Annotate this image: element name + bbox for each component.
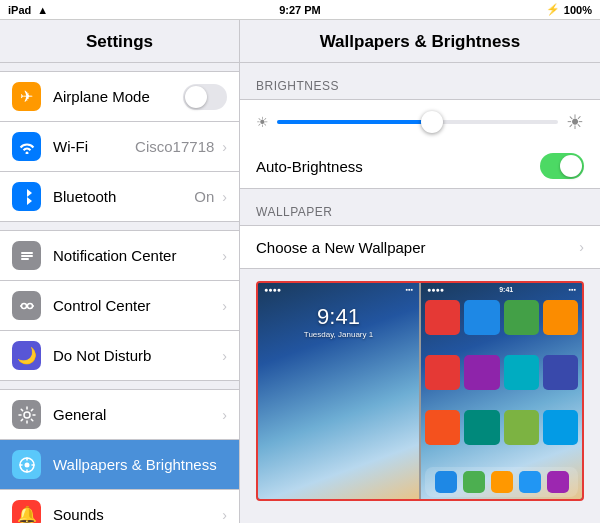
dock-icon-2 [463, 471, 485, 493]
bluetooth-value: On [194, 188, 214, 205]
sounds-icon: 🔔 [12, 500, 41, 523]
app-icon-12 [543, 410, 578, 445]
dock-icon-1 [435, 471, 457, 493]
svg-rect-2 [21, 258, 29, 260]
app-icon-3 [504, 300, 539, 335]
app-icon-7 [504, 355, 539, 390]
sounds-chevron: › [222, 507, 227, 523]
bluetooth-label: Bluetooth [53, 188, 194, 205]
svg-point-3 [21, 303, 26, 308]
lock-battery: ▪▪▪ [406, 286, 413, 293]
sidebar-group-3: General › Wallpapers & Brightness 🔔 Soun… [0, 389, 239, 523]
app-grid [421, 296, 582, 465]
home-screen-preview: ●●●● 9:41 ▪▪▪ [421, 283, 582, 499]
control-center-icon [12, 291, 41, 320]
sun-small-icon: ☀ [256, 114, 269, 130]
airplane-toggle[interactable] [183, 84, 227, 110]
bluetooth-icon-badge [12, 182, 41, 211]
auto-brightness-knob [560, 155, 582, 177]
auto-brightness-toggle[interactable] [540, 153, 584, 179]
lock-carrier: ●●●● [264, 286, 281, 293]
home-battery: ▪▪▪ [569, 286, 576, 293]
sidebar-item-sounds[interactable]: 🔔 Sounds › [0, 490, 239, 523]
bluetooth-chevron: › [222, 189, 227, 205]
wallpapers-icon [12, 450, 41, 479]
sidebar-title: Settings [0, 20, 239, 63]
do-not-disturb-icon: 🌙 [12, 341, 41, 370]
svg-point-8 [24, 412, 30, 418]
app-icon-4 [543, 300, 578, 335]
wifi-icon-badge [12, 132, 41, 161]
wallpapers-brightness-label: Wallpapers & Brightness [53, 456, 227, 473]
svg-point-4 [27, 303, 32, 308]
detail-title: Wallpapers & Brightness [240, 20, 600, 63]
control-center-chevron: › [222, 298, 227, 314]
sidebar-item-bluetooth[interactable]: Bluetooth On › [0, 172, 239, 222]
brightness-slider-thumb[interactable] [421, 111, 443, 133]
sidebar-group-1: ✈ Airplane Mode Wi-Fi Cisco17718 › [0, 71, 239, 222]
control-center-label: Control Center [53, 297, 218, 314]
app-icon-2 [464, 300, 499, 335]
status-time: 9:27 PM [279, 4, 321, 16]
airplane-mode-label: Airplane Mode [53, 88, 183, 105]
notification-center-label: Notification Center [53, 247, 218, 264]
app-icon-11 [504, 410, 539, 445]
wifi-chevron: › [222, 139, 227, 155]
app-icon-5 [425, 355, 460, 390]
airplane-mode-icon: ✈ [12, 82, 41, 111]
brightness-slider-fill [277, 120, 432, 124]
svg-rect-1 [21, 255, 33, 257]
brightness-section-header: BRIGHTNESS [240, 63, 600, 99]
sidebar: Settings ✈ Airplane Mode [0, 20, 240, 523]
sun-large-icon: ☀ [566, 110, 584, 134]
bluetooth-icon: ⚡ [546, 3, 560, 16]
status-right: ⚡ 100% [546, 3, 592, 16]
battery-label: 100% [564, 4, 592, 16]
app-icon-9 [425, 410, 460, 445]
dock-icon-5 [547, 471, 569, 493]
airplane-toggle-wrap [183, 84, 227, 110]
detail-panel: Wallpapers & Brightness BRIGHTNESS ☀ ☀ A… [240, 20, 600, 523]
sidebar-group-2: Notification Center › Control Center › [0, 230, 239, 381]
general-chevron: › [222, 407, 227, 423]
brightness-slider-track[interactable] [277, 120, 558, 124]
svg-point-10 [24, 462, 29, 467]
sidebar-item-wallpapers-brightness[interactable]: Wallpapers & Brightness [0, 440, 239, 490]
home-time: 9:41 [499, 286, 513, 293]
brightness-card: ☀ ☀ Auto-Brightness [240, 99, 600, 189]
wallpaper-section-header: WALLPAPER [240, 189, 600, 225]
auto-brightness-row: Auto-Brightness [240, 144, 600, 188]
notification-center-chevron: › [222, 248, 227, 264]
choose-wallpaper-row[interactable]: Choose a New Wallpaper › [240, 225, 600, 269]
app-icon-10 [464, 410, 499, 445]
airplane-toggle-knob [185, 86, 207, 108]
brightness-row: ☀ ☀ [240, 100, 600, 144]
sidebar-item-general[interactable]: General › [0, 389, 239, 440]
status-bar: iPad ▲ 9:27 PM ⚡ 100% [0, 0, 600, 20]
wallpaper-preview[interactable]: ●●●● ▪▪▪ 9:41 Tuesday, January 1 ●●●● 9:… [256, 281, 584, 501]
ipad-label: iPad [8, 4, 31, 16]
dock-icon-4 [519, 471, 541, 493]
app-icon-1 [425, 300, 460, 335]
sidebar-item-do-not-disturb[interactable]: 🌙 Do Not Disturb › [0, 331, 239, 381]
svg-rect-0 [21, 252, 33, 254]
home-status-bar: ●●●● 9:41 ▪▪▪ [421, 283, 582, 296]
wifi-value: Cisco17718 [135, 138, 214, 155]
app-icon-8 [543, 355, 578, 390]
dock-row [425, 467, 578, 497]
choose-wallpaper-label: Choose a New Wallpaper [256, 239, 575, 256]
wifi-label: Wi-Fi [53, 138, 135, 155]
status-left: iPad ▲ [8, 4, 48, 16]
main-content: Settings ✈ Airplane Mode [0, 20, 600, 523]
auto-brightness-label: Auto-Brightness [256, 158, 540, 175]
dock-icon-3 [491, 471, 513, 493]
lock-screen-preview: ●●●● ▪▪▪ 9:41 Tuesday, January 1 [258, 283, 419, 499]
sidebar-item-wifi[interactable]: Wi-Fi Cisco17718 › [0, 122, 239, 172]
sidebar-item-notification-center[interactable]: Notification Center › [0, 230, 239, 281]
sounds-label: Sounds [53, 506, 218, 523]
home-signal: ●●●● [427, 286, 444, 293]
sidebar-item-control-center[interactable]: Control Center › [0, 281, 239, 331]
sidebar-item-airplane-mode[interactable]: ✈ Airplane Mode [0, 71, 239, 122]
app-icon-6 [464, 355, 499, 390]
do-not-disturb-chevron: › [222, 348, 227, 364]
